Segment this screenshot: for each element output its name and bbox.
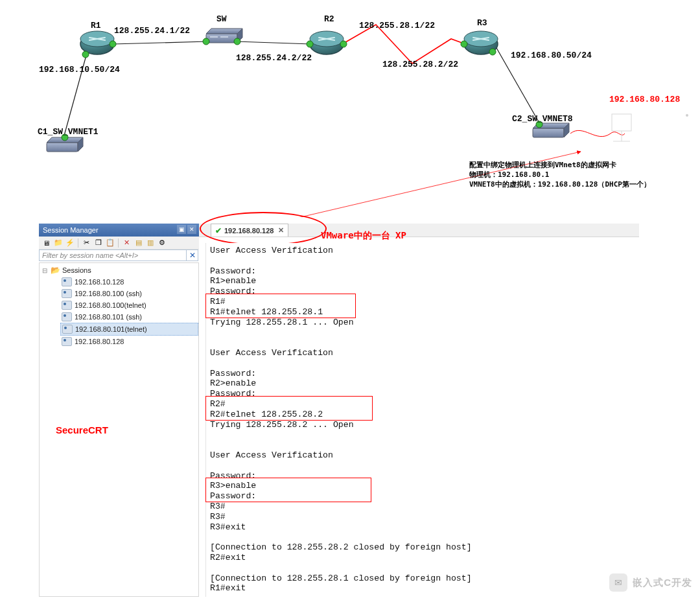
pc-node	[612, 114, 631, 141]
tree-item[interactable]: 192.168.10.128	[60, 276, 198, 288]
tree-root-label: Sessions	[62, 266, 91, 274]
watermark-text: 嵌入式C开发	[633, 577, 692, 589]
svg-point-36	[461, 41, 467, 47]
svg-rect-28	[612, 114, 631, 131]
svg-line-1	[236, 41, 311, 44]
terminal-output[interactable]: User Access Verification Password: R1>en…	[205, 243, 639, 597]
tree-item-label: 192.168.80.128	[75, 338, 124, 345]
tree-item-label: 192.168.80.100 (ssh)	[75, 290, 142, 297]
quick-connect-icon[interactable]: ⚡	[65, 238, 75, 248]
annotation-line2: 物理机：192.168.80.1	[469, 170, 651, 180]
folder-icon: 📂	[51, 266, 60, 275]
vmware-note: VMware中的一台 XP	[321, 230, 406, 242]
properties-icon[interactable]: ⚙	[157, 238, 167, 248]
tree-item[interactable]: 192.168.80.100 (ssh)	[60, 288, 198, 299]
new-session-icon[interactable]: 🖥	[41, 238, 51, 248]
tree-item[interactable]: 192.168.80.101(telnet)	[60, 323, 198, 336]
pin-icon[interactable]: ▣	[177, 225, 186, 234]
session-icon	[62, 325, 73, 334]
tab-active[interactable]: ✔ 192.168.80.128 ✕	[211, 224, 288, 237]
ip-r3-lan: 192.168.80.50/24	[511, 51, 592, 60]
watermark: ✉ 嵌入式C开发	[609, 573, 692, 592]
tree-root[interactable]: 📂 Sessions	[42, 266, 198, 275]
label-c1: C1_SW_VMNET1	[38, 127, 99, 137]
svg-line-0	[113, 41, 207, 44]
cut-icon[interactable]: ✂	[82, 238, 91, 248]
svg-point-34	[307, 41, 313, 47]
tree-item-label: 192.168.80.100(telnet)	[75, 301, 146, 309]
session-icon	[62, 301, 72, 310]
label-sw: SW	[216, 14, 227, 24]
tab-strip: ✔ 192.168.80.128 ✕	[199, 224, 639, 237]
router-r2	[310, 31, 344, 54]
session-icon	[62, 312, 72, 321]
annotation-block: 配置中绑定物理机上连接到VMnet8的虚拟网卡 物理机：192.168.80.1…	[469, 161, 651, 190]
annotation-line1: 配置中绑定物理机上连接到VMnet8的虚拟网卡	[469, 161, 651, 170]
paste-icon[interactable]: 📋	[105, 238, 115, 248]
svg-point-33	[234, 38, 240, 45]
session-icon	[62, 289, 72, 298]
tab-label: 192.168.80.128	[224, 227, 274, 235]
session-manager-title: Session Manager	[43, 226, 99, 234]
decorative-dot	[686, 114, 688, 117]
tree-item[interactable]: 192.168.80.101 (ssh)	[60, 311, 198, 323]
tree-item[interactable]: 192.168.80.100(telnet)	[60, 299, 198, 311]
tree-item-label: 192.168.80.101 (ssh)	[75, 313, 142, 321]
ip-r2-r3-left: 128.255.28.1/22	[359, 21, 435, 30]
tree-item[interactable]: 192.168.80.128	[60, 336, 198, 347]
label-r1: R1	[91, 21, 101, 30]
wechat-icon: ✉	[609, 573, 627, 592]
ip-pc: 192.168.80.128	[609, 95, 680, 104]
copy-icon[interactable]: ❐	[93, 238, 103, 248]
ip-r2-r3-right: 128.255.28.2/22	[382, 60, 458, 69]
label-r3: R3	[477, 18, 487, 28]
close-icon[interactable]: ✕	[187, 225, 196, 234]
securecrt-window: Session Manager ▣ ✕ ✔ 192.168.80.128 ✕ V…	[39, 224, 639, 597]
clear-filter-icon[interactable]: ✕	[187, 249, 198, 261]
svg-rect-22	[47, 143, 78, 152]
session-toolbar: 🖥 📁 ⚡ ✂ ❐ 📋 ✕ ▤ ▥ ⚙	[39, 237, 199, 249]
ip-r1-sw: 128.255.24.1/22	[114, 26, 190, 36]
session-filter-input[interactable]: Filter by session name <Alt+I>	[39, 249, 187, 261]
option1-icon[interactable]: ▤	[134, 238, 143, 248]
svg-point-32	[203, 38, 209, 45]
network-topology: R1 SW R2 R3 C1_SW_VMNET1 C2_SW_VMNET8 12…	[0, 0, 700, 217]
svg-point-35	[340, 41, 347, 47]
tree-item-label: 192.168.80.101(telnet)	[75, 325, 147, 333]
svg-marker-18	[206, 29, 242, 34]
label-c2: C2_SW_VMNET8	[512, 114, 573, 124]
annotation-line3: VMNET8中的虚拟机：192.168.80.128（DHCP第一个）	[469, 180, 651, 190]
tab-connected-icon: ✔	[215, 226, 222, 235]
option2-icon[interactable]: ▥	[145, 238, 155, 248]
delete-icon[interactable]: ✕	[122, 238, 132, 248]
svg-point-31	[110, 41, 116, 47]
session-icon	[62, 277, 72, 286]
ip-sw-r2: 128.255.24.2/22	[236, 53, 312, 63]
new-folder-icon[interactable]: 📁	[53, 238, 63, 248]
securecrt-note: SecureCRT	[56, 424, 108, 435]
svg-rect-17	[206, 34, 237, 43]
svg-point-37	[489, 49, 496, 55]
svg-rect-25	[533, 128, 564, 137]
filter-bar: Filter by session name <Alt+I>✕	[39, 249, 199, 262]
label-r2: R2	[324, 14, 334, 24]
tab-close-icon[interactable]: ✕	[278, 226, 284, 235]
svg-point-39	[82, 51, 89, 58]
session-manager-titlebar[interactable]: Session Manager ▣ ✕	[39, 224, 199, 237]
ip-r1-lan: 192.168.10.50/24	[39, 65, 120, 75]
session-icon	[62, 337, 72, 346]
tree-item-label: 192.168.10.128	[75, 278, 124, 286]
